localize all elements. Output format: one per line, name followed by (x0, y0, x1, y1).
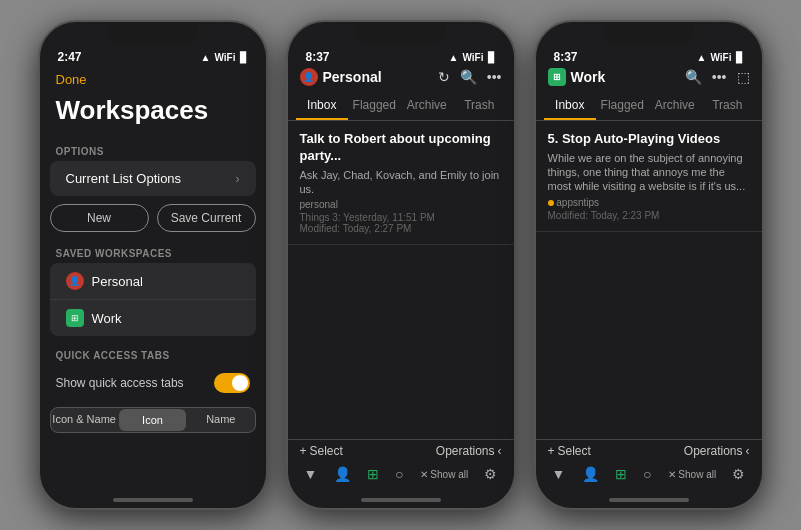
mail-subject-2: 5. Stop Auto-Playing Videos (548, 131, 750, 148)
work-workspace-label: Work (92, 311, 122, 326)
select-label-3: Select (558, 444, 591, 458)
plus-icon-2: + (300, 444, 307, 458)
phone-3-toolbar: + Select Operations ‹ ▼ 👤 ⊞ ○ ✕ Show all… (536, 439, 762, 486)
personal-workspace-badge: 👤 Personal (300, 68, 382, 86)
tab-archive-3[interactable]: Archive (649, 92, 702, 120)
wifi-icon-3: WiFi (710, 52, 731, 63)
signal-icon-2: ▲ (449, 52, 459, 63)
options-section-label: OPTIONS (40, 138, 266, 161)
tab-flagged-2[interactable]: Flagged (348, 92, 401, 120)
current-list-options-label: Current List Options (66, 171, 182, 186)
tab-trash-2[interactable]: Trash (453, 92, 506, 120)
signal-icon-3: ▲ (697, 52, 707, 63)
phone-3-header-icons: 🔍 ••• ⬚ (685, 69, 750, 85)
done-button[interactable]: Done (56, 72, 87, 87)
circle-icon-2[interactable]: ○ (395, 466, 403, 482)
quick-access-label: QUICK ACCESS TABS (40, 342, 266, 365)
operations-action-2[interactable]: Operations ‹ (436, 444, 502, 458)
quick-access-toggle-row: Show quick access tabs (40, 365, 266, 401)
operations-action-3[interactable]: Operations ‹ (684, 444, 750, 458)
gear-icon-2[interactable]: ⚙ (484, 466, 497, 482)
home-bar-2 (361, 498, 441, 502)
compose-icon-3[interactable]: ⬚ (737, 69, 750, 85)
refresh-icon[interactable]: ↻ (438, 69, 450, 85)
operations-label-3: Operations (684, 444, 743, 458)
personal-workspace-label: Personal (92, 274, 143, 289)
tab-inbox-2[interactable]: Inbox (296, 92, 349, 120)
status-bar-1: 2:47 ▲ WiFi ▊ (40, 22, 266, 68)
grid-icon-3[interactable]: ⊞ (615, 466, 627, 482)
phone-2-header-icons: ↻ 🔍 ••• (438, 69, 502, 85)
tab-inbox-3[interactable]: Inbox (544, 92, 597, 120)
tab-archive-2[interactable]: Archive (401, 92, 454, 120)
work-workspace-name: Work (571, 69, 606, 85)
show-all-2[interactable]: ✕ Show all (420, 469, 469, 480)
toolbar-bottom-2: ▼ 👤 ⊞ ○ ✕ Show all ⚙ (288, 462, 514, 486)
person-icon-3[interactable]: 👤 (582, 466, 599, 482)
time-3: 8:37 (554, 50, 578, 64)
mail-item-1[interactable]: Talk to Robert about upcoming party... A… (288, 121, 514, 245)
mail-tag-1: personal (300, 199, 502, 210)
save-current-button[interactable]: Save Current (157, 204, 256, 232)
phone-2-tab-bar: Inbox Flagged Archive Trash (288, 92, 514, 121)
collapse-icon-2: ‹ (498, 444, 502, 458)
status-bar-2: 8:37 ▲ WiFi ▊ (288, 22, 514, 68)
battery-icon-2: ▊ (488, 52, 496, 63)
saved-workspaces-label: SAVED WORKSPACES (40, 240, 266, 263)
phone-3-tab-bar: Inbox Flagged Archive Trash (536, 92, 762, 121)
signal-icon: ▲ (201, 52, 211, 63)
tab-option-icon-name[interactable]: Icon & Name (51, 408, 118, 432)
plus-icon-3: + (548, 444, 555, 458)
circle-icon-3[interactable]: ○ (643, 466, 651, 482)
p1-nav: Done (40, 68, 266, 95)
phone-3: 8:37 ▲ WiFi ▊ ⊞ Work 🔍 ••• ⬚ Inbox Flagg… (534, 20, 764, 510)
status-bar-3: 8:37 ▲ WiFi ▊ (536, 22, 762, 68)
current-list-options-wrap: Current List Options › (50, 161, 256, 196)
current-list-options-row[interactable]: Current List Options › (50, 161, 256, 196)
workspace-work[interactable]: ⊞ Work (50, 300, 256, 336)
tab-trash-3[interactable]: Trash (701, 92, 754, 120)
work-workspace-icon: ⊞ (66, 309, 84, 327)
home-bar-1 (113, 498, 193, 502)
tab-option-name[interactable]: Name (187, 408, 254, 432)
add-action-2[interactable]: + Select (300, 444, 343, 458)
add-action-3[interactable]: + Select (548, 444, 591, 458)
phone-2-header: 👤 Personal ↻ 🔍 ••• (288, 68, 514, 92)
person-icon-2[interactable]: 👤 (334, 466, 351, 482)
tab-flagged-3[interactable]: Flagged (596, 92, 649, 120)
work-workspace-badge: ⊞ Work (548, 68, 606, 86)
mail-preview-2: While we are on the subject of annoying … (548, 151, 750, 194)
tab-option-icon[interactable]: Icon (119, 409, 186, 431)
personal-header-icon: 👤 (300, 68, 318, 86)
more-icon[interactable]: ••• (487, 69, 502, 85)
mail-preview-1: Ask Jay, Chad, Kovach, and Emily to join… (300, 168, 502, 197)
quick-access-toggle[interactable] (214, 373, 250, 393)
workspace-personal[interactable]: 👤 Personal (50, 263, 256, 300)
mail-tag-2: appsntips (548, 197, 750, 208)
toolbar-top-3: + Select Operations ‹ (536, 439, 762, 462)
show-all-3[interactable]: ✕ Show all (668, 469, 717, 480)
search-icon-3[interactable]: 🔍 (685, 69, 702, 85)
chevron-right-icon: › (236, 172, 240, 186)
quick-access-toggle-label: Show quick access tabs (56, 376, 184, 390)
mail-meta-1b: Modified: Today, 2:27 PM (300, 223, 502, 234)
mail-tag-text-2: appsntips (556, 197, 599, 208)
mail-meta-2: Modified: Today, 2:23 PM (548, 210, 750, 221)
new-workspace-button[interactable]: New (50, 204, 149, 232)
work-header-icon: ⊞ (548, 68, 566, 86)
search-icon[interactable]: 🔍 (460, 69, 477, 85)
toolbar-bottom-3: ▼ 👤 ⊞ ○ ✕ Show all ⚙ (536, 462, 762, 486)
phone-2-screen: 8:37 ▲ WiFi ▊ 👤 Personal ↻ 🔍 ••• Inbox F… (288, 22, 514, 508)
gear-icon-3[interactable]: ⚙ (732, 466, 745, 482)
mail-item-2[interactable]: 5. Stop Auto-Playing Videos While we are… (536, 121, 762, 232)
filter-icon-3[interactable]: ▼ (552, 466, 566, 482)
battery-icon: ▊ (240, 52, 248, 63)
phone-3-header: ⊞ Work 🔍 ••• ⬚ (536, 68, 762, 92)
quick-access-section: QUICK ACCESS TABS Show quick access tabs… (40, 342, 266, 433)
page-title: Workspaces (40, 95, 266, 138)
more-icon-3[interactable]: ••• (712, 69, 727, 85)
phone-1: 2:47 ▲ WiFi ▊ Done Workspaces OPTIONS Cu… (38, 20, 268, 510)
grid-icon-2[interactable]: ⊞ (367, 466, 379, 482)
phone-1-screen: 2:47 ▲ WiFi ▊ Done Workspaces OPTIONS Cu… (40, 22, 266, 508)
filter-icon-2[interactable]: ▼ (304, 466, 318, 482)
